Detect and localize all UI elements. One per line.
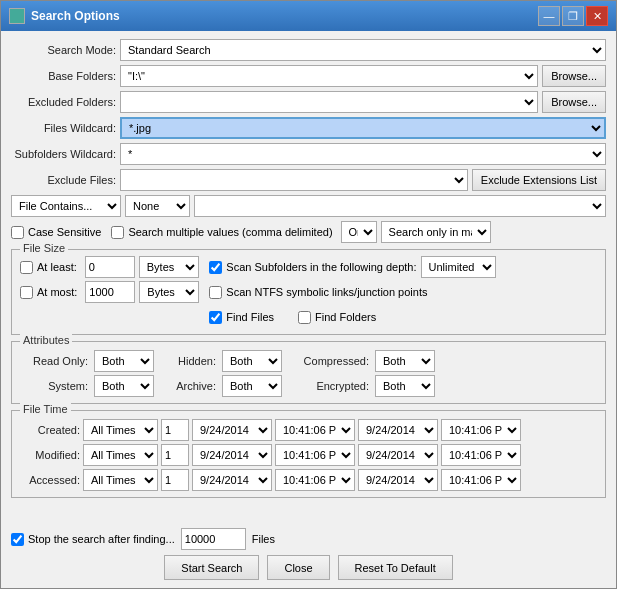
file-contains-select[interactable]: File Contains... bbox=[11, 195, 121, 217]
encrypted-label: Encrypted: bbox=[294, 380, 369, 392]
bottom-bar: Stop the search after finding... Files S… bbox=[1, 523, 616, 588]
modified-date2-select[interactable]: 9/24/2014 bbox=[358, 444, 438, 466]
scan-ntfs-row: Scan NTFS symbolic links/junction points bbox=[209, 281, 597, 303]
exclude-files-select[interactable] bbox=[120, 169, 468, 191]
find-folders-check-label[interactable]: Find Folders bbox=[298, 311, 376, 324]
scan-subfolders-row: Scan Subfolders in the following depth: … bbox=[209, 256, 597, 278]
at-least-label: At least: bbox=[37, 261, 77, 273]
major-stream-select[interactable]: Search only in major stre. bbox=[381, 221, 491, 243]
accessed-time-select[interactable]: All Times bbox=[83, 469, 158, 491]
at-least-input[interactable] bbox=[85, 256, 135, 278]
at-most-checkbox[interactable] bbox=[20, 286, 33, 299]
created-num-input[interactable] bbox=[161, 419, 189, 441]
created-time-select[interactable]: All Times bbox=[83, 419, 158, 441]
encrypted-select[interactable]: Both bbox=[375, 375, 435, 397]
file-size-section: File Size At least: Bytes bbox=[11, 249, 606, 335]
search-mode-select[interactable]: Standard Search bbox=[120, 39, 606, 61]
case-sensitive-checkbox[interactable] bbox=[11, 226, 24, 239]
accessed-date1-select[interactable]: 9/24/2014 bbox=[192, 469, 272, 491]
search-multiple-check-label[interactable]: Search multiple values (comma delimited) bbox=[111, 226, 332, 239]
title-bar: Search Options — ❐ ✕ bbox=[1, 1, 616, 31]
search-multiple-checkbox[interactable] bbox=[111, 226, 124, 239]
case-sensitive-check-label[interactable]: Case Sensitive bbox=[11, 226, 101, 239]
read-only-select[interactable]: Both bbox=[94, 350, 154, 372]
main-content: Search Mode: Standard Search Base Folder… bbox=[1, 31, 616, 523]
exclude-files-row: Exclude Files: Exclude Extensions List bbox=[11, 169, 606, 191]
stop-value-input[interactable] bbox=[181, 528, 246, 550]
scan-subfolders-check-label[interactable]: Scan Subfolders in the following depth: bbox=[209, 261, 416, 274]
action-row: Start Search Close Reset To Default bbox=[11, 555, 606, 580]
base-folders-label: Base Folders: bbox=[11, 70, 116, 82]
at-most-row: At most: Bytes bbox=[20, 281, 199, 303]
modified-clock2-select[interactable]: 10:41:06 P bbox=[441, 444, 521, 466]
attributes-title: Attributes bbox=[20, 334, 72, 346]
at-most-input[interactable] bbox=[85, 281, 135, 303]
close-button[interactable]: Close bbox=[267, 555, 329, 580]
created-label: Created: bbox=[20, 424, 80, 436]
at-most-unit-select[interactable]: Bytes bbox=[139, 281, 199, 303]
archive-select[interactable]: Both bbox=[222, 375, 282, 397]
hidden-select[interactable]: Both bbox=[222, 350, 282, 372]
restore-button[interactable]: ❐ bbox=[562, 6, 584, 26]
or-select[interactable]: Or bbox=[341, 221, 377, 243]
reset-button[interactable]: Reset To Default bbox=[338, 555, 453, 580]
find-folders-checkbox[interactable] bbox=[298, 311, 311, 324]
at-least-check-label[interactable]: At least: bbox=[20, 261, 77, 274]
scan-subfolders-checkbox[interactable] bbox=[209, 261, 222, 274]
close-window-button[interactable]: ✕ bbox=[586, 6, 608, 26]
none-select[interactable]: None bbox=[125, 195, 190, 217]
attributes-row1: Read Only: Both Hidden: Both Compressed:… bbox=[20, 350, 597, 372]
accessed-label: Accessed: bbox=[20, 474, 80, 486]
created-clock1-select[interactable]: 10:41:06 P bbox=[275, 419, 355, 441]
files-wildcard-select[interactable]: *.jpg bbox=[120, 117, 606, 139]
excluded-folders-row: Excluded Folders: Browse... bbox=[11, 91, 606, 113]
window-icon bbox=[9, 8, 25, 24]
exclude-files-label: Exclude Files: bbox=[11, 174, 116, 186]
accessed-row: Accessed: All Times 9/24/2014 10:41:06 P… bbox=[20, 469, 597, 491]
files-label: Files bbox=[252, 533, 275, 545]
accessed-num-input[interactable] bbox=[161, 469, 189, 491]
scan-subfolders-label: Scan Subfolders in the following depth: bbox=[226, 261, 416, 273]
modified-time-select[interactable]: All Times bbox=[83, 444, 158, 466]
at-most-check-label[interactable]: At most: bbox=[20, 286, 77, 299]
accessed-clock1-select[interactable]: 10:41:06 P bbox=[275, 469, 355, 491]
base-folders-row: Base Folders: "I:\" Browse... bbox=[11, 65, 606, 87]
compressed-select[interactable]: Both bbox=[375, 350, 435, 372]
stop-checkbox[interactable] bbox=[11, 533, 24, 546]
case-sensitive-row: Case Sensitive Search multiple values (c… bbox=[11, 221, 606, 243]
title-bar-buttons: — ❐ ✕ bbox=[538, 6, 608, 26]
accessed-clock2-select[interactable]: 10:41:06 P bbox=[441, 469, 521, 491]
excluded-folders-select[interactable] bbox=[120, 91, 538, 113]
stop-check-label[interactable]: Stop the search after finding... bbox=[11, 533, 175, 546]
accessed-date2-select[interactable]: 9/24/2014 bbox=[358, 469, 438, 491]
depth-select[interactable]: Unlimited bbox=[421, 256, 496, 278]
case-sensitive-label: Case Sensitive bbox=[28, 226, 101, 238]
subfolders-wildcard-select[interactable]: * bbox=[120, 143, 606, 165]
attributes-section: Attributes Read Only: Both Hidden: Both … bbox=[11, 341, 606, 404]
modified-label: Modified: bbox=[20, 449, 80, 461]
scan-ntfs-checkbox[interactable] bbox=[209, 286, 222, 299]
find-folders-label: Find Folders bbox=[315, 311, 376, 323]
modified-date1-select[interactable]: 9/24/2014 bbox=[192, 444, 272, 466]
minimize-button[interactable]: — bbox=[538, 6, 560, 26]
file-contains-row: File Contains... None bbox=[11, 195, 606, 217]
modified-clock1-select[interactable]: 10:41:06 P bbox=[275, 444, 355, 466]
created-date2-select[interactable]: 9/24/2014 bbox=[358, 419, 438, 441]
find-files-checkbox[interactable] bbox=[209, 311, 222, 324]
created-clock2-select[interactable]: 10:41:06 P bbox=[441, 419, 521, 441]
excluded-folders-browse-button[interactable]: Browse... bbox=[542, 91, 606, 113]
system-select[interactable]: Both bbox=[94, 375, 154, 397]
contains-value-select[interactable] bbox=[194, 195, 606, 217]
scan-ntfs-check-label[interactable]: Scan NTFS symbolic links/junction points bbox=[209, 286, 427, 299]
at-most-label: At most: bbox=[37, 286, 77, 298]
start-search-button[interactable]: Start Search bbox=[164, 555, 259, 580]
at-least-checkbox[interactable] bbox=[20, 261, 33, 274]
created-date1-select[interactable]: 9/24/2014 bbox=[192, 419, 272, 441]
find-files-check-label[interactable]: Find Files bbox=[209, 311, 274, 324]
excluded-folders-label: Excluded Folders: bbox=[11, 96, 116, 108]
modified-num-input[interactable] bbox=[161, 444, 189, 466]
exclude-extensions-button[interactable]: Exclude Extensions List bbox=[472, 169, 606, 191]
at-least-unit-select[interactable]: Bytes bbox=[139, 256, 199, 278]
base-folders-select[interactable]: "I:\" bbox=[120, 65, 538, 87]
base-folders-browse-button[interactable]: Browse... bbox=[542, 65, 606, 87]
